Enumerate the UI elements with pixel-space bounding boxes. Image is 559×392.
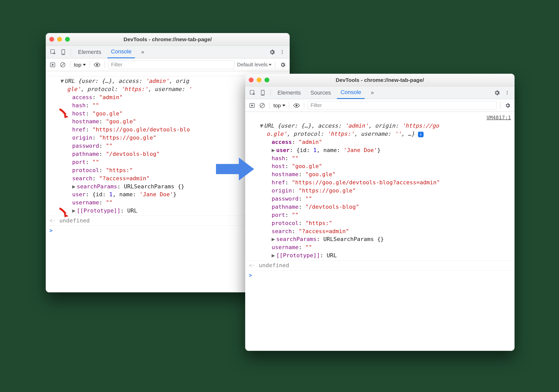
svg-marker-10 [83,64,86,66]
prop-host[interactable]: host: "goo.gle" [249,162,511,170]
prompt-icon: > [249,272,252,278]
eye-icon[interactable] [293,102,300,109]
tab-more[interactable]: » [137,46,148,58]
prop-origin[interactable]: origin: "https://goo.gle" [249,187,511,195]
prop-searchparams[interactable]: ▶searchParams: URLSearchParams {} [249,235,511,243]
divider [270,102,270,109]
gear-icon[interactable] [279,61,287,69]
tab-console[interactable]: Console [337,86,365,99]
svg-point-20 [507,91,507,92]
devtools-tabbar: Elements Sources Console » [245,86,515,99]
prop-access[interactable]: access: "admin" [249,138,511,146]
tab-elements[interactable]: Elements [74,46,105,58]
prop-port[interactable]: port: "" [249,211,511,219]
kebab-icon[interactable] [278,48,286,56]
svg-marker-12 [269,64,272,66]
clear-console-icon[interactable] [59,61,67,69]
minimize-icon[interactable] [57,37,62,42]
source-link[interactable]: VM4817:1 [487,114,511,121]
divider [500,102,500,109]
return-row: <· undefined [245,260,515,270]
annotation-arrow-icon [58,108,69,118]
tab-console[interactable]: Console [107,46,135,58]
titlebar[interactable]: DevTools - chrome://new-tab-page/ [46,33,290,46]
close-icon[interactable] [49,37,54,42]
minimize-icon[interactable] [257,78,261,82]
zoom-icon[interactable] [265,78,269,82]
collapse-icon[interactable]: ▼ [259,122,263,130]
svg-marker-24 [252,105,253,106]
divider [104,61,105,68]
close-icon[interactable] [249,78,254,82]
zoom-icon[interactable] [65,37,70,42]
context-selector[interactable]: top [74,62,86,68]
svg-marker-14 [64,213,69,217]
inspect-icon[interactable] [49,48,57,56]
svg-marker-16 [239,158,254,180]
info-badge-icon[interactable]: i [418,132,424,137]
svg-marker-27 [282,104,285,106]
prop-user[interactable]: ▶user: {id: 1, name: 'Jane Doe'} [249,146,511,154]
traffic-lights [249,78,269,82]
return-arrow-icon: <· [249,262,256,268]
console-subbar: top Filter Default levels [46,58,290,71]
undefined-value: undefined [259,262,289,268]
titlebar[interactable]: DevTools - chrome://new-tab-page/ [245,74,515,86]
prop-search[interactable]: search: "?access=admin" [249,227,511,235]
return-arrow-icon: <· [49,217,56,224]
prop-hash[interactable]: hash: "" [249,154,511,162]
tab-more[interactable]: » [367,86,377,99]
divider [270,89,270,96]
prop-pathname[interactable]: pathname: "/devtools-blog" [249,203,511,211]
gear-icon[interactable] [504,102,511,109]
clear-console-icon[interactable] [258,102,266,109]
kebab-icon[interactable] [503,89,511,97]
devtools-tabbar: Elements Console » [46,46,290,58]
expand-icon[interactable]: ▶ [272,251,275,260]
collapse-icon[interactable]: ▼ [60,77,64,85]
context-selector[interactable]: top [273,102,285,109]
sidebar-toggle-icon[interactable] [49,61,56,69]
filter-placeholder: Filter [310,102,322,108]
svg-marker-13 [64,114,69,118]
divider [275,61,275,68]
prop-protocol[interactable]: protocol: "https:" [249,219,511,227]
svg-line-26 [261,104,264,107]
tab-sources[interactable]: Sources [307,86,335,99]
filter-input[interactable]: Filter [108,61,235,69]
inspect-icon[interactable] [249,89,256,97]
prompt-row[interactable]: > [245,270,515,280]
svg-point-3 [282,50,283,51]
svg-rect-15 [216,164,239,174]
eye-icon[interactable] [93,61,101,69]
gear-icon[interactable] [493,89,501,97]
transition-arrow-icon [216,155,254,180]
expand-icon[interactable]: ▶ [272,146,275,154]
device-icon[interactable] [259,89,267,97]
gear-icon[interactable] [268,48,276,56]
prop-username[interactable]: username: "" [249,243,511,251]
prop-prototype[interactable]: ▶[[Prototype]]: URL [249,251,511,260]
expand-icon[interactable]: ▶ [272,235,275,243]
window-title: DevTools - chrome://new-tab-page/ [46,36,290,42]
divider [70,61,70,68]
object-summary[interactable]: ▼URL {user: {…}, access: 'admin', origin… [245,121,515,260]
divider [304,102,304,109]
console-output: VM4817:1 ▼URL {user: {…}, access: 'admin… [245,112,515,351]
prop-password[interactable]: password: "" [249,195,511,203]
prop-hostname[interactable]: hostname: "goo.gle" [249,170,511,178]
expand-icon[interactable]: ▶ [72,207,76,215]
prop-href[interactable]: href: "https://goo.gle/devtools-blog?acc… [249,178,511,187]
filter-input[interactable]: Filter [308,101,496,110]
sidebar-toggle-icon[interactable] [248,102,256,109]
svg-marker-7 [52,64,54,66]
tab-elements[interactable]: Elements [274,86,304,99]
log-levels-dropdown[interactable]: Default levels [237,62,272,68]
annotation-arrow-icon [58,207,69,217]
device-icon[interactable] [59,48,67,56]
filter-placeholder: Filter [111,62,122,68]
devtools-window-right: DevTools - chrome://new-tab-page/ Elemen… [245,74,515,351]
divider [71,49,71,56]
expand-icon[interactable]: ▶ [72,183,76,191]
console-subbar: top Filter [245,99,515,112]
